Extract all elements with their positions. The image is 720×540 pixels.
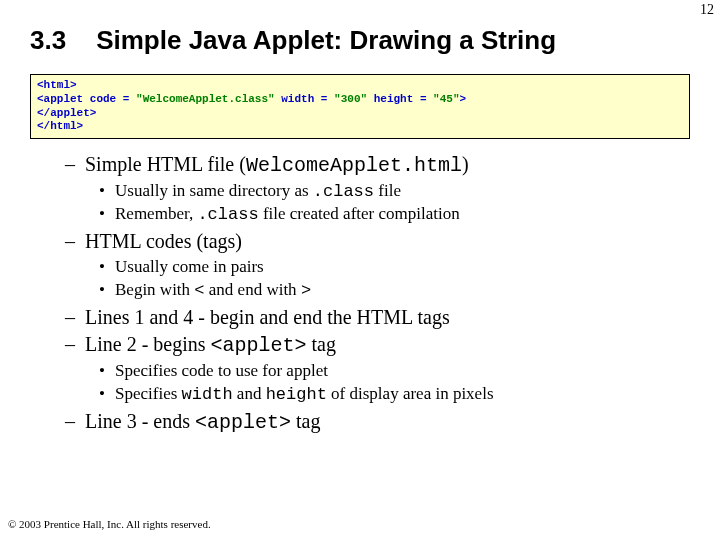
code-text: <applet> bbox=[211, 334, 307, 357]
list-item: Specifies width and height of display ar… bbox=[115, 384, 690, 404]
code-line-1: <html> bbox=[37, 79, 77, 91]
code-line-4: </html> bbox=[37, 120, 83, 132]
code-line-2e: height = bbox=[367, 93, 433, 105]
code-listing: <html> <applet code = "WelcomeApplet.cla… bbox=[30, 74, 690, 139]
code-line-2g: > bbox=[460, 93, 467, 105]
text: file created after compilation bbox=[259, 204, 460, 223]
section-number: 3.3 bbox=[30, 25, 66, 56]
text: Specifies bbox=[115, 384, 182, 403]
code-text: width bbox=[182, 385, 233, 404]
code-line-2b: "WelcomeApplet.class" bbox=[136, 93, 275, 105]
text: Line 2 - begins bbox=[85, 333, 211, 355]
list-item: Line 2 - begins <applet> tag Specifies c… bbox=[85, 333, 690, 404]
slide-content: 3.3 Simple Java Applet: Drawing a String… bbox=[0, 0, 720, 434]
code-text: < bbox=[194, 281, 204, 300]
list-item: Simple HTML file (WelcomeApplet.html) Us… bbox=[85, 153, 690, 224]
copyright-footer: © 2003 Prentice Hall, Inc. All rights re… bbox=[8, 518, 211, 530]
list-item: Line 3 - ends <applet> tag bbox=[85, 410, 690, 434]
code-line-2d: "300" bbox=[334, 93, 367, 105]
code-text: .class bbox=[313, 182, 374, 201]
code-text: WelcomeApplet.html bbox=[246, 154, 462, 177]
text: ) bbox=[462, 153, 469, 175]
sub-list: Usually in same directory as .class file… bbox=[85, 181, 690, 224]
text: tag bbox=[291, 410, 320, 432]
list-item: HTML codes (tags) Usually come in pairs … bbox=[85, 230, 690, 300]
text: and bbox=[233, 384, 266, 403]
code-text: .class bbox=[197, 205, 258, 224]
text: Remember, bbox=[115, 204, 197, 223]
code-line-2c: width = bbox=[275, 93, 334, 105]
text: Line 3 - ends bbox=[85, 410, 195, 432]
section-title: Simple Java Applet: Drawing a String bbox=[96, 25, 556, 56]
main-list: Simple HTML file (WelcomeApplet.html) Us… bbox=[30, 153, 690, 434]
code-text: height bbox=[266, 385, 327, 404]
text: tag bbox=[307, 333, 336, 355]
code-text: <applet> bbox=[195, 411, 291, 434]
text: HTML codes (tags) bbox=[85, 230, 242, 252]
list-item: Begin with < and end with > bbox=[115, 280, 690, 300]
list-item: Usually come in pairs bbox=[115, 257, 690, 277]
list-item: Remember, .class file created after comp… bbox=[115, 204, 690, 224]
code-line-3: </applet> bbox=[37, 107, 96, 119]
list-item: Usually in same directory as .class file bbox=[115, 181, 690, 201]
text: and end with bbox=[205, 280, 301, 299]
sub-list: Usually come in pairs Begin with < and e… bbox=[85, 257, 690, 300]
page-number: 12 bbox=[700, 2, 714, 18]
code-line-2a: <applet code = bbox=[37, 93, 136, 105]
text: of display area in pixels bbox=[327, 384, 494, 403]
text: file bbox=[374, 181, 401, 200]
text: Begin with bbox=[115, 280, 194, 299]
sub-list: Specifies code to use for applet Specifi… bbox=[85, 361, 690, 404]
heading: 3.3 Simple Java Applet: Drawing a String bbox=[30, 25, 690, 56]
list-item: Lines 1 and 4 - begin and end the HTML t… bbox=[85, 306, 690, 329]
code-text: > bbox=[301, 281, 311, 300]
text: Simple HTML file ( bbox=[85, 153, 246, 175]
code-line-2f: "45" bbox=[433, 93, 459, 105]
text: Usually in same directory as bbox=[115, 181, 313, 200]
list-item: Specifies code to use for applet bbox=[115, 361, 690, 381]
